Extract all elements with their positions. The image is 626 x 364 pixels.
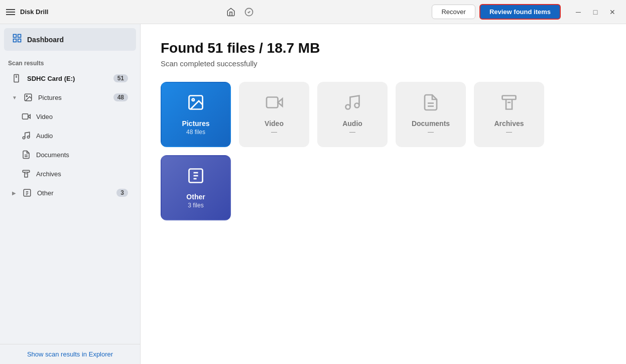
video-card-icon [265, 93, 283, 115]
svg-point-9 [26, 95, 27, 96]
audio-card-count: — [349, 129, 355, 136]
minimize-button[interactable]: ─ [571, 5, 586, 20]
video-icon [21, 111, 31, 122]
sidebar-item-pictures[interactable]: ▼ Pictures 48 [4, 88, 136, 106]
app-body: Dashboard Scan results SDHC Card (E:) 51… [0, 24, 626, 364]
audio-label: Audio [36, 132, 128, 140]
svg-point-27 [355, 103, 359, 108]
scan-status: Scan completed successfully [161, 59, 606, 68]
audio-card-name: Audio [342, 119, 362, 128]
audio-card-icon [343, 93, 361, 115]
category-card-audio[interactable]: Audio — [317, 82, 388, 147]
other-card-name: Other [186, 193, 205, 201]
chevron-right-icon: ▶ [12, 190, 16, 196]
category-grid: Pictures 48 files Video — Audio — [161, 82, 606, 220]
sidebar: Dashboard Scan results SDHC Card (E:) 51… [0, 24, 141, 364]
svg-point-23 [192, 99, 195, 101]
sidebar-item-archives[interactable]: Archives [4, 165, 136, 183]
pictures-card-name: Pictures [182, 119, 209, 128]
pictures-icon [23, 92, 33, 102]
sidebar-item-documents[interactable]: Documents [4, 146, 136, 164]
app-title: Disk Drill [20, 8, 48, 16]
main-content: Found 51 files / 18.7 MB Scan completed … [141, 24, 626, 364]
documents-card-name: Documents [412, 119, 450, 128]
other-icon [22, 188, 32, 198]
category-card-video[interactable]: Video — [239, 82, 309, 147]
svg-rect-1 [14, 35, 17, 38]
home-icon[interactable] [224, 5, 238, 19]
svg-rect-16 [23, 170, 30, 172]
svg-point-13 [27, 136, 30, 139]
other-card-count: 3 files [188, 202, 203, 209]
scan-results-label: Scan results [0, 55, 140, 69]
sidebar-item-video[interactable]: Video [4, 107, 136, 126]
svg-rect-10 [23, 114, 28, 119]
documents-card-count: — [428, 129, 434, 136]
svg-rect-24 [267, 97, 278, 108]
close-button[interactable]: ✕ [605, 5, 620, 20]
other-label: Other [37, 189, 111, 197]
pictures-card-count: 48 files [186, 129, 205, 136]
window-controls: ─ □ ✕ [571, 5, 620, 20]
svg-rect-3 [18, 39, 21, 42]
audio-icon [21, 131, 31, 141]
other-card-icon [187, 167, 205, 189]
found-title: Found 51 files / 18.7 MB [161, 40, 606, 56]
sdhc-label: SDHC Card (E:) [27, 75, 108, 82]
video-card-name: Video [265, 119, 284, 128]
titlebar-actions: Recover Review found items ─ □ ✕ [432, 4, 620, 20]
svg-point-26 [346, 105, 350, 109]
sidebar-item-sdhc[interactable]: SDHC Card (E:) 51 [4, 69, 136, 87]
category-card-archives[interactable]: Archives — [474, 82, 544, 147]
sdhc-icon [12, 73, 22, 83]
check-icon [242, 5, 256, 19]
sidebar-item-audio[interactable]: Audio [4, 127, 136, 145]
pictures-card-icon [187, 93, 205, 115]
archives-label: Archives [36, 170, 128, 178]
sidebar-item-dashboard[interactable]: Dashboard [4, 28, 136, 51]
video-label: Video [36, 113, 128, 120]
svg-point-12 [23, 137, 25, 139]
video-card-count: — [271, 129, 277, 136]
category-card-other[interactable]: Other 3 files [161, 155, 231, 220]
dashboard-icon [12, 33, 22, 46]
maximize-button[interactable]: □ [588, 5, 603, 20]
sdhc-count: 51 [113, 74, 128, 82]
titlebar: Disk Drill Recover Review found items ─ … [0, 0, 626, 24]
documents-icon [21, 150, 31, 160]
archives-card-name: Archives [494, 119, 524, 128]
titlebar-left: Disk Drill [6, 8, 48, 16]
recover-button[interactable]: Recover [432, 5, 475, 19]
sidebar-item-other[interactable]: ▶ Other 3 [4, 184, 136, 202]
dashboard-label: Dashboard [27, 36, 64, 44]
pictures-count: 48 [113, 93, 128, 101]
svg-rect-30 [503, 96, 516, 100]
category-card-documents[interactable]: Documents — [396, 82, 466, 147]
other-count: 3 [116, 189, 128, 197]
chevron-down-icon: ▼ [12, 95, 17, 100]
svg-rect-4 [14, 39, 17, 42]
archives-card-icon [500, 93, 518, 115]
review-found-items-button[interactable]: Review found items [479, 4, 561, 20]
archives-card-count: — [506, 129, 512, 136]
svg-rect-2 [18, 35, 21, 38]
documents-label: Documents [36, 151, 128, 159]
category-card-pictures[interactable]: Pictures 48 files [161, 82, 231, 147]
pictures-label: Pictures [38, 94, 108, 101]
show-scan-explorer-button[interactable]: Show scan results in Explorer [0, 344, 140, 364]
documents-card-icon [422, 93, 440, 115]
archives-icon [21, 169, 31, 179]
menu-button[interactable] [6, 9, 15, 15]
titlebar-nav [224, 5, 256, 19]
